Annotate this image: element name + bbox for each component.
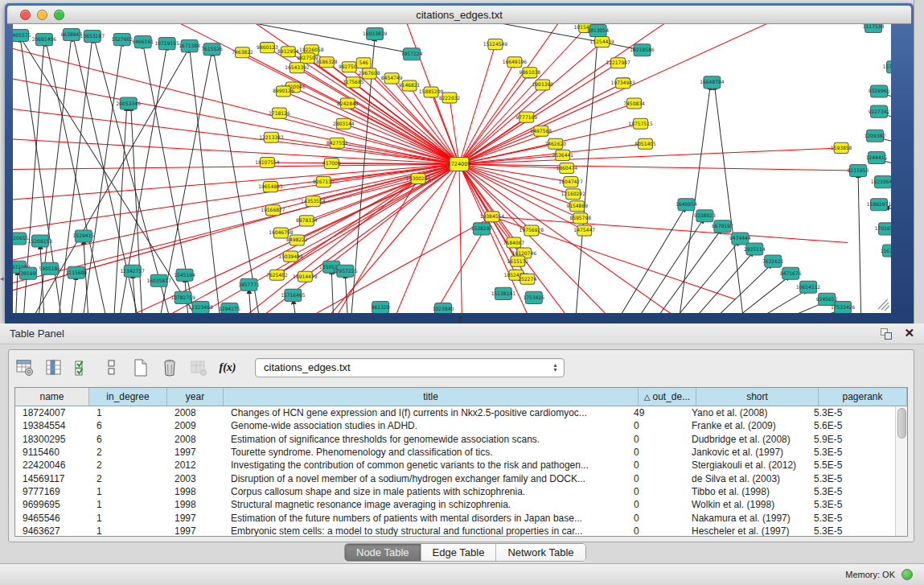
tab-edge-table[interactable]: Edge Table [421,544,497,561]
graph-node[interactable] [536,80,550,90]
column-header-title[interactable]: title [224,388,639,406]
delete-column-icon[interactable] [160,357,179,378]
graph-node[interactable] [865,24,882,33]
graph-node[interactable] [13,233,26,245]
graph-node[interactable] [203,43,220,56]
graph-node[interactable] [84,31,101,43]
graph-node[interactable] [260,43,274,53]
graph-node[interactable] [340,98,355,109]
graph-node[interactable] [384,73,399,84]
graph-node[interactable] [402,80,417,91]
graph-node[interactable] [372,301,389,313]
table-row[interactable]: 1938455462009Genome-wide association stu… [15,419,895,432]
graph-node[interactable] [31,235,48,247]
table-row[interactable]: 1456911722003Disruption of a novel membe… [15,472,895,484]
graph-node[interactable] [765,255,782,267]
graph-node[interactable] [175,291,191,303]
graph-node[interactable] [235,47,249,58]
graph-node[interactable] [696,210,713,222]
function-builder-icon[interactable]: f(x) [218,357,237,378]
graph-node[interactable] [319,57,334,68]
column-visibility-icon[interactable] [44,357,64,378]
graph-node[interactable] [511,256,525,266]
graph-node[interactable] [150,274,167,286]
graph-node[interactable] [871,199,888,211]
graph-node[interactable] [589,25,606,37]
graph-node[interactable] [473,223,490,235]
graph-node[interactable] [290,63,304,73]
column-header-name[interactable]: name [15,388,89,406]
graph-node[interactable] [782,267,799,279]
column-header-pagerank[interactable]: pagerank [819,388,907,406]
graph-node[interactable] [871,105,888,117]
graph-node[interactable] [362,68,376,79]
graph-node[interactable] [264,132,278,142]
graph-node[interactable] [316,177,331,187]
table-scrollbar-thumb[interactable] [897,408,906,439]
graph-node[interactable] [869,151,885,163]
graph-node[interactable] [13,30,28,42]
graph-node[interactable] [534,126,548,136]
graph-node[interactable] [158,38,175,50]
graph-node[interactable] [124,265,141,277]
graph-node[interactable] [283,251,298,262]
graph-node[interactable] [867,130,884,142]
graph-node[interactable] [272,108,286,118]
graph-node[interactable] [507,237,521,248]
graph-node[interactable] [627,98,642,109]
graph-node[interactable] [834,142,848,153]
graph-node[interactable] [240,278,257,290]
resize-grip-icon[interactable] [878,299,889,311]
graph-node[interactable] [221,303,238,313]
graph-node[interactable] [120,97,137,109]
graph-node[interactable] [519,112,534,122]
graph-node[interactable] [488,39,503,50]
table-scrollbar[interactable] [895,406,907,536]
table-row[interactable]: 2242004622012Investigating the contribut… [15,459,895,472]
graph-node[interactable] [298,271,312,282]
graph-node[interactable] [342,62,356,72]
table-row[interactable]: 946362711997Embryonic stem cells: a mode… [15,525,895,537]
graph-node[interactable] [875,176,891,188]
graph-node[interactable] [850,164,867,176]
table-row[interactable]: 977716911998Corpus callosum shape and si… [15,485,895,498]
column-header-in-degree[interactable]: in_degree [89,388,167,406]
table-mode-icon[interactable] [102,357,121,378]
graph-node[interactable] [507,57,522,68]
graph-node[interactable] [560,163,574,173]
table-select-dropdown[interactable]: citations_edges.txt ▲▼ [255,358,565,377]
graph-node[interactable] [290,235,304,245]
panel-collapse-arrow-icon[interactable]: ◂ [0,274,4,282]
row-selection-icon[interactable] [73,357,92,378]
network-canvas-svg[interactable]: 9860123891295418226058982750981863281654… [13,24,891,313]
graph-node[interactable] [19,267,36,279]
graph-node[interactable] [424,87,438,97]
graph-node[interactable] [442,93,457,103]
graph-node[interactable] [285,289,302,301]
graph-node[interactable] [570,201,585,212]
graph-node[interactable] [299,216,314,226]
graph-node[interactable] [75,230,92,242]
graph-node[interactable] [273,228,288,238]
graph-node[interactable] [525,291,542,303]
graph-node[interactable] [404,48,421,60]
graph-node[interactable] [800,281,817,293]
graph-node[interactable] [346,77,360,88]
column-header-short[interactable]: short [696,388,819,406]
table-row[interactable]: 911546021997Tourette syndrome. Phenomeno… [15,446,895,459]
graph-node[interactable] [871,85,888,97]
graph-node[interactable] [887,61,891,73]
column-header-year[interactable]: year [167,388,224,406]
graph-node[interactable] [879,223,891,235]
graph-node[interactable] [113,34,130,46]
network-view-window[interactable]: citations_edges.txt 98601238912954182260… [5,3,914,323]
graph-node[interactable] [678,199,695,211]
new-column-icon[interactable] [131,357,150,378]
graph-node[interactable] [495,287,511,299]
graph-node[interactable] [548,138,563,149]
graph-node[interactable] [524,225,539,236]
graph-node[interactable] [300,53,314,64]
graph-node[interactable] [435,303,452,313]
close-panel-icon[interactable]: ✕ [904,326,914,340]
table-row[interactable]: 1830029562008Estimation of significance … [15,433,895,446]
